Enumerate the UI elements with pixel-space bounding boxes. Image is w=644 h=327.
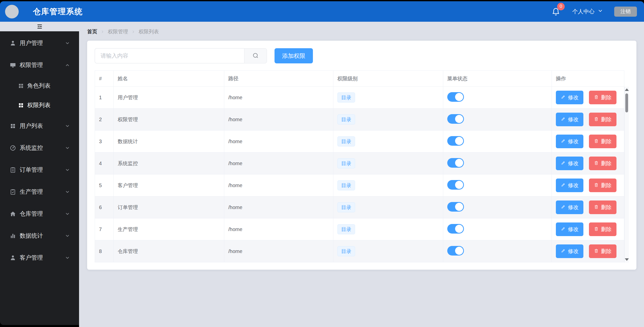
edit-button-label: 修改 [568,160,579,167]
column-header-menu-status: 菜单状态 [443,71,552,87]
delete-button[interactable]: 删除 [589,113,616,126]
chevron-down-icon [65,41,70,46]
home-icon [10,211,16,217]
edit-button[interactable]: 修改 [556,157,583,170]
delete-button[interactable]: 删除 [589,222,616,236]
sidebar-item-customer-management[interactable]: 客户管理 [0,247,79,269]
user-center-dropdown[interactable]: 个人中心 [572,8,603,15]
menu-status-toggle[interactable] [447,114,464,124]
column-header-index: # [95,71,114,87]
add-permission-button[interactable]: 添加权限 [275,48,313,63]
level-tag: 目录 [337,202,355,212]
level-tag: 目录 [337,224,355,234]
menu-status-toggle[interactable] [447,246,464,256]
table-row: 8 仓库管理 /home 目录 [95,240,624,262]
sidebar-item-order-management[interactable]: 订单管理 [0,159,79,181]
scroll-down-arrow[interactable] [625,258,629,261]
edit-pencil-icon [561,226,566,233]
table-body: 1 用户管理 /home 目录 [95,87,624,262]
trash-icon [594,182,599,189]
column-header-path: 路径 [224,71,333,87]
delete-button-label: 删除 [601,160,612,167]
toggle-knob [455,225,463,233]
scrollbar-thumb[interactable] [625,93,628,112]
delete-button[interactable]: 删除 [589,135,616,148]
chevron-down-icon [65,233,70,238]
sidebar-item-production-management[interactable]: 生产管理 [0,181,79,203]
edit-button[interactable]: 修改 [556,113,583,126]
sidebar-item-label: 权限管理 [20,61,65,69]
row-index: 4 [95,153,114,174]
sidebar-item-user-management[interactable]: 用户管理 [0,32,79,54]
edit-button[interactable]: 修改 [556,91,583,104]
edit-button[interactable]: 修改 [556,135,583,148]
edit-button-label: 修改 [568,248,579,255]
menu-status-toggle[interactable] [447,158,464,168]
trash-icon [594,138,599,145]
level-tag: 目录 [337,92,355,103]
edit-button-label: 修改 [568,226,579,233]
delete-button[interactable]: 删除 [589,91,616,104]
gauge-icon [10,145,16,151]
sidebar-subitem-role-list[interactable]: 角色列表 [0,76,79,95]
chevron-up-icon [65,63,70,68]
sidebar-item-system-monitor[interactable]: 系统监控 [0,137,79,159]
search-button[interactable] [244,48,267,63]
edit-pencil-icon [561,204,566,211]
collapse-sidebar-icon[interactable] [36,23,43,30]
breadcrumb-item: 权限列表 [139,28,159,35]
edit-button[interactable]: 修改 [556,200,583,214]
delete-button[interactable]: 删除 [589,157,616,170]
toggle-knob [455,203,463,211]
content-area: 首页 权限管理 权限列表 [79,22,644,327]
table-row: 4 系统监控 /home 目录 [95,153,624,174]
delete-button-label: 删除 [601,226,612,233]
toggle-knob [455,93,463,101]
search-input[interactable] [95,48,244,63]
sidebar-item-user-list[interactable]: 用户列表 [0,115,79,137]
edit-button[interactable]: 修改 [556,179,583,192]
sidebar: 用户管理 权限管理 [0,31,79,325]
clipboard-check-icon [10,189,16,195]
user-center-label: 个人中心 [572,8,595,15]
logout-button[interactable]: 注销 [614,7,637,17]
delete-button[interactable]: 删除 [589,179,616,192]
menu-status-toggle[interactable] [447,202,464,212]
grid-icon [18,83,24,89]
menu-status-toggle[interactable] [447,92,464,102]
sidebar-top-strip [0,22,79,31]
sidebar-item-label: 客户管理 [20,254,65,262]
menu-status-toggle[interactable] [447,136,464,146]
edit-button[interactable]: 修改 [556,222,583,236]
permission-path: /home [224,218,333,240]
scroll-up-arrow[interactable] [625,88,629,91]
row-index: 5 [95,174,114,196]
menu-status-toggle[interactable] [447,180,464,190]
table-header-row: # 姓名 路径 权限级别 菜单状态 操作 [95,71,624,87]
sidebar-item-warehouse-management[interactable]: 仓库管理 [0,203,79,225]
sidebar-subitem-permission-list[interactable]: 权限列表 [0,95,79,115]
content-card: 添加权限 # 姓名 路径 权限级别 菜单状 [87,41,636,270]
search-group [95,48,267,63]
table-row: 2 权限管理 /home 目录 [95,109,624,131]
avatar[interactable] [5,5,19,18]
edit-button[interactable]: 修改 [556,244,583,258]
sidebar-item-label: 仓库管理 [20,210,65,218]
edit-pencil-icon [561,248,566,255]
trash-icon [594,226,599,233]
sidebar-item-permission-management[interactable]: 权限管理 [0,54,79,76]
breadcrumb-home[interactable]: 首页 [87,28,97,35]
delete-button[interactable]: 删除 [589,244,616,258]
edit-pencil-icon [561,182,566,189]
notification-bell[interactable]: 0 [551,6,561,17]
menu-status-toggle[interactable] [447,224,464,234]
edit-button-label: 修改 [568,138,579,145]
delete-button[interactable]: 删除 [589,200,616,214]
sidebar-item-label: 订单管理 [20,166,65,174]
sidebar-item-data-statistics[interactable]: 数据统计 [0,225,79,247]
table-scrollbar[interactable] [624,87,629,263]
row-index: 6 [95,196,114,218]
row-index: 7 [95,218,114,240]
level-tag: 目录 [337,114,355,124]
grid-icon [10,123,16,129]
